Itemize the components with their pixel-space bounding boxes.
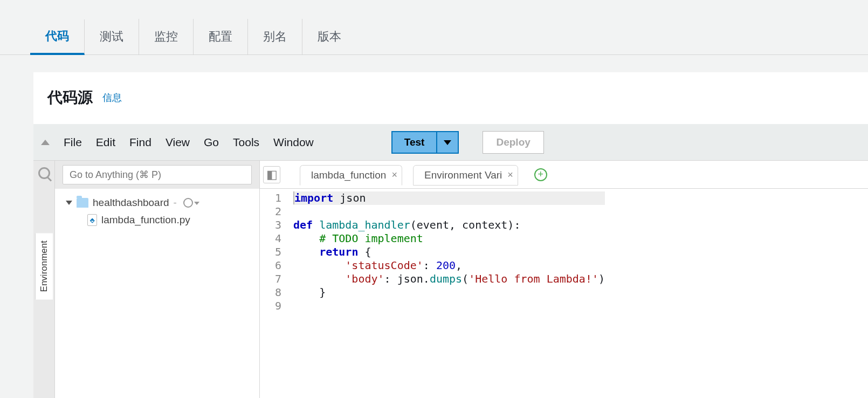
- tree-file-row[interactable]: ⬘ lambda_function.py: [60, 211, 259, 229]
- close-icon[interactable]: ×: [507, 169, 513, 181]
- folder-icon: [77, 198, 88, 208]
- panel-header: 代码源 信息: [33, 72, 868, 125]
- tab-test[interactable]: 测试: [85, 19, 139, 54]
- editor-tab-label: Environment Vari: [424, 169, 502, 181]
- editor-toolbar: File Edit Find View Go Tools Window Test…: [33, 125, 868, 161]
- tab-monitor[interactable]: 监控: [139, 19, 194, 54]
- python-file-icon: ⬘: [87, 214, 97, 226]
- tab-config[interactable]: 配置: [194, 19, 248, 54]
- close-icon[interactable]: ×: [391, 169, 397, 181]
- side-rail: Environment: [33, 161, 55, 398]
- test-button-group: Test: [391, 131, 459, 154]
- editor-tab-lambda[interactable]: lambda_function ×: [300, 165, 402, 186]
- expand-icon: [66, 201, 72, 205]
- panel-title: 代码源: [47, 87, 93, 108]
- tab-version[interactable]: 版本: [302, 19, 356, 54]
- tab-alias[interactable]: 别名: [248, 19, 302, 54]
- goto-anything-bar: [55, 161, 259, 189]
- collapse-icon[interactable]: [41, 140, 50, 145]
- test-dropdown-button[interactable]: [437, 132, 458, 153]
- file-name: lambda_function.py: [101, 214, 190, 226]
- menu-edit[interactable]: Edit: [96, 136, 115, 149]
- search-icon[interactable]: [38, 167, 50, 179]
- code-editor[interactable]: 123456789 import json def lambda_handler…: [260, 189, 868, 313]
- editor-tabbar: ◧ lambda_function × Environment Vari × +: [260, 161, 868, 189]
- line-gutter: 123456789: [260, 189, 287, 313]
- code-pane: ◧ lambda_function × Environment Vari × +…: [260, 161, 868, 398]
- menu-tools[interactable]: Tools: [233, 136, 259, 149]
- menu-go[interactable]: Go: [204, 136, 219, 149]
- history-icon[interactable]: ◧: [263, 166, 280, 183]
- menu-file[interactable]: File: [64, 136, 82, 149]
- editor-area: Environment healthdashboard - ⬘ lambda_f…: [33, 161, 868, 398]
- folder-name: healthdashboard: [93, 197, 169, 209]
- test-button[interactable]: Test: [392, 132, 438, 153]
- add-tab-button[interactable]: +: [534, 168, 547, 181]
- menu-window[interactable]: Window: [273, 136, 314, 149]
- tree-folder-row[interactable]: healthdashboard -: [60, 194, 259, 211]
- editor-tab-env[interactable]: Environment Vari ×: [413, 165, 518, 186]
- environment-panel-tab[interactable]: Environment: [35, 233, 53, 299]
- file-tree: healthdashboard - ⬘ lambda_function.py: [55, 161, 260, 398]
- editor-tab-label: lambda_function: [311, 169, 386, 181]
- menu-view[interactable]: View: [166, 136, 190, 149]
- main-tabs: 代码 测试 监控 配置 别名 版本: [0, 0, 868, 55]
- info-link[interactable]: 信息: [102, 91, 122, 104]
- gear-icon[interactable]: [183, 198, 193, 208]
- tab-code[interactable]: 代码: [30, 19, 85, 55]
- goto-anything-input[interactable]: [63, 165, 252, 184]
- deploy-button: Deploy: [483, 131, 543, 154]
- code-content[interactable]: import json def lambda_handler(event, co…: [287, 189, 605, 313]
- menu-find[interactable]: Find: [129, 136, 151, 149]
